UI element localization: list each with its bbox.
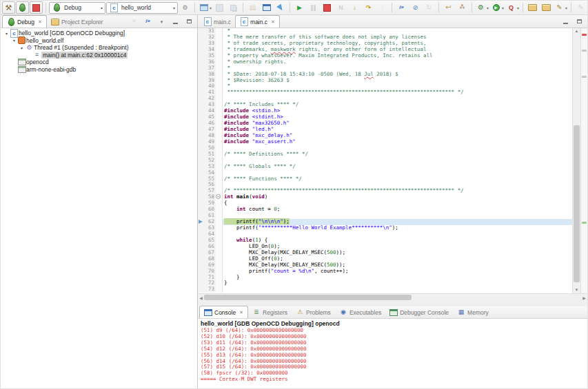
breakpoint-margin[interactable] [198, 244, 205, 250]
editor-vertical-scrollbar[interactable]: ▲ ▼ [572, 28, 580, 293]
breakpoint-margin[interactable] [198, 219, 205, 225]
breakpoint-margin[interactable] [198, 108, 205, 114]
breakpoint-margin[interactable] [198, 151, 205, 158]
breakpoint-margin[interactable] [198, 207, 205, 213]
step-into-button[interactable] [348, 1, 361, 14]
breakpoint-margin[interactable] [198, 250, 205, 256]
skip-breakpoints-button[interactable] [409, 1, 422, 14]
breakpoint-margin[interactable] [198, 262, 205, 269]
breakpoint-margin[interactable] [198, 72, 205, 78]
launch-settings-button[interactable] [179, 1, 192, 14]
breakpoint-margin[interactable] [198, 114, 205, 120]
suspend-button[interactable] [307, 1, 320, 14]
chevron-down-icon[interactable]: ▾ [173, 6, 175, 10]
annotation-mark[interactable] [582, 76, 587, 78]
open-project-button[interactable] [526, 1, 539, 14]
breakpoint-margin[interactable] [198, 133, 205, 139]
breakpoint-margin[interactable] [198, 176, 205, 182]
editor-tab-main-c[interactable]: main.c✕ [235, 15, 280, 28]
breakpoint-margin[interactable] [198, 120, 205, 127]
view-tab-project-explorer[interactable]: Project Explorer [47, 16, 107, 28]
breakpoint-margin[interactable] [198, 286, 205, 293]
breakpoint-margin[interactable] [198, 280, 205, 286]
launch-mode-combo[interactable]: Debug▾ [49, 2, 105, 14]
code-text-area[interactable]: 31 *32 * The mere transfer of this softw… [198, 28, 572, 293]
breakpoint-margin[interactable] [198, 139, 205, 145]
editor-console-sash[interactable] [198, 301, 587, 306]
save-all-button[interactable] [227, 1, 240, 14]
minimize-editor-button[interactable] [559, 15, 572, 28]
hscroll-thumb[interactable] [204, 295, 412, 300]
annotation-mark[interactable] [582, 50, 587, 52]
breakpoint-margin[interactable] [198, 78, 205, 84]
tree-item[interactable]: openocd [1, 59, 197, 66]
console-output[interactable]: (51) d9 (/64): 0x0000000000000000(52) d1… [198, 328, 587, 389]
vscroll-thumb[interactable] [574, 125, 580, 282]
step-return-button[interactable] [376, 1, 389, 14]
breakpoint-margin[interactable] [198, 34, 205, 41]
save-button[interactable] [213, 1, 226, 14]
tree-item[interactable]: ▾hello_world [GDB OpenOCD Debugging] [1, 30, 197, 37]
debug-button[interactable] [16, 1, 29, 14]
breakpoint-margin[interactable] [198, 170, 205, 176]
breakpoint-margin[interactable] [198, 256, 205, 262]
connect-button[interactable] [141, 15, 154, 28]
restart-button[interactable] [423, 1, 436, 14]
console-tab-debugger-console[interactable]: Debugger Console [385, 306, 453, 318]
breakpoint-margin[interactable] [198, 213, 205, 219]
tree-item[interactable]: ▾hello_world.elf [1, 37, 197, 45]
resume-button[interactable] [293, 1, 306, 14]
breakpoint-margin[interactable] [198, 194, 205, 200]
tree-item[interactable]: main() at main.c:62 0x100001c4 [1, 52, 197, 59]
run-button[interactable] [490, 1, 505, 14]
breakpoint-margin[interactable] [198, 269, 205, 275]
hscroll-track[interactable] [204, 294, 581, 301]
select-tool-button[interactable] [274, 1, 287, 14]
console-tab-memory[interactable]: Memory [453, 306, 493, 318]
debug-config-button[interactable] [475, 1, 489, 14]
breakpoint-margin[interactable] [198, 182, 205, 188]
editor-horizontal-scrollbar[interactable]: ◀ ▶ [198, 293, 587, 301]
expander-icon[interactable]: ▾ [19, 45, 25, 50]
edit-button[interactable] [574, 1, 587, 14]
maximize-view-button[interactable] [183, 15, 196, 28]
breakpoint-margin[interactable] [198, 225, 205, 231]
launch-config-combo[interactable]: hello_world▾ [106, 2, 178, 14]
view-tab-debug[interactable]: Debug✕ [2, 15, 47, 28]
vscroll-track[interactable] [573, 34, 580, 287]
expander-icon[interactable]: ▾ [3, 31, 10, 36]
breakpoint-margin[interactable] [198, 28, 205, 34]
tree-item[interactable]: ▾Thread #1 (Suspended : Breakpoint) [1, 44, 197, 52]
breakpoint-margin[interactable] [198, 164, 205, 170]
minimize-view-button[interactable] [169, 15, 182, 28]
breakpoint-margin[interactable] [198, 59, 205, 65]
open-console-button[interactable] [260, 1, 273, 14]
disconnect-button[interactable] [334, 1, 347, 14]
breakpoint-margin[interactable] [198, 158, 205, 164]
breakpoint-margin[interactable] [198, 102, 205, 108]
console-tab-executables[interactable]: Executables [335, 306, 385, 318]
breakpoint-margin[interactable] [198, 90, 205, 96]
close-icon[interactable]: ✕ [239, 310, 243, 315]
breakpoint-margin[interactable] [198, 41, 205, 47]
breakpoint-margin[interactable] [198, 127, 205, 133]
chevron-down-icon[interactable]: ▾ [101, 6, 103, 10]
editor-tab-main-c[interactable]: main.c [199, 16, 235, 28]
overview-ruler[interactable] [580, 28, 587, 293]
open-file-button[interactable] [540, 1, 553, 14]
new-wizard-button[interactable] [198, 1, 212, 14]
console-tab-console[interactable]: Console✕ [199, 306, 248, 318]
breakpoint-margin[interactable] [198, 200, 205, 207]
breakpoint-margin[interactable] [198, 65, 205, 72]
annotation-mark[interactable] [582, 222, 587, 224]
stop-button[interactable] [321, 1, 334, 14]
breakpoint-margin[interactable] [198, 96, 205, 102]
collapse-icon[interactable]: − [216, 194, 221, 199]
tree-item[interactable]: arm-none-eabi-gdb [1, 66, 197, 74]
breakpoint-margin[interactable] [198, 238, 205, 244]
scroll-right-arrow-icon[interactable]: ▶ [581, 295, 587, 300]
breakpoint-margin[interactable] [198, 275, 205, 281]
scroll-left-arrow-icon[interactable]: ◀ [198, 295, 204, 300]
terminate-launch-button[interactable] [30, 1, 43, 14]
remove-all-terminated-button[interactable] [128, 15, 141, 28]
